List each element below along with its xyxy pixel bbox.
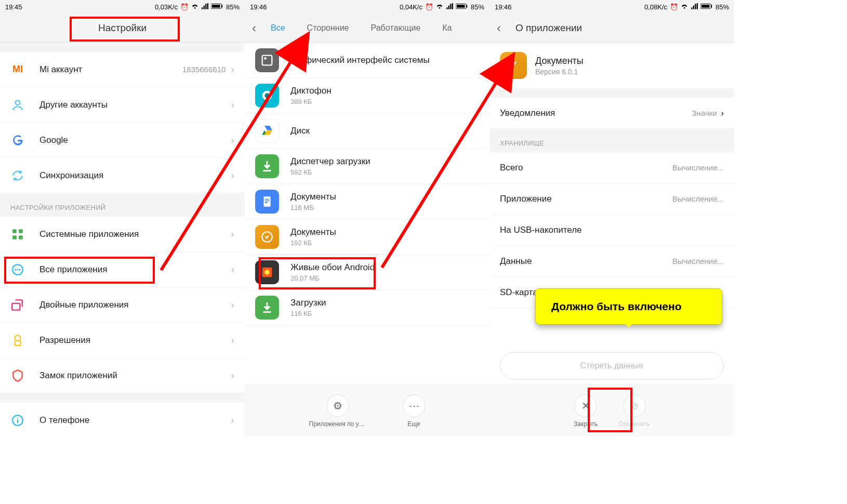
sync-icon bbox=[10, 168, 25, 183]
row-dual-apps[interactable]: Двойные приложения › bbox=[0, 287, 245, 323]
app-row[interactable]: Загрузки116 КБ bbox=[245, 290, 489, 325]
row-usb: На USB-накопителе bbox=[489, 215, 734, 246]
documents-icon bbox=[255, 225, 279, 249]
battery-icon bbox=[211, 3, 223, 11]
livewallpaper-icon bbox=[255, 260, 279, 284]
svg-point-11 bbox=[19, 269, 21, 270]
alarm-icon: ⏰ bbox=[670, 3, 678, 11]
tab-third-party[interactable]: Сторонние bbox=[307, 23, 349, 33]
svg-rect-2 bbox=[212, 5, 220, 8]
row-app-lock[interactable]: Замок приложений › bbox=[0, 358, 245, 393]
svg-rect-25 bbox=[265, 200, 270, 201]
row-sync[interactable]: Синхронизация › bbox=[0, 158, 245, 193]
svg-rect-24 bbox=[265, 198, 270, 200]
wifi-icon bbox=[681, 3, 688, 11]
more-icon: ⋯ bbox=[403, 394, 426, 417]
user-icon bbox=[10, 98, 25, 112]
svg-point-14 bbox=[17, 417, 18, 418]
app-row[interactable]: Живые обои Android20,07 МБ bbox=[245, 255, 489, 290]
header: ‹ О приложении bbox=[489, 14, 734, 43]
chevron-right-icon: › bbox=[231, 99, 234, 111]
svg-rect-23 bbox=[264, 196, 271, 207]
row-other-accounts[interactable]: Другие аккаунты › bbox=[0, 87, 245, 123]
row-system-apps[interactable]: Системные приложения › bbox=[0, 217, 245, 252]
screen-settings: 19:45 0,03K/c ⏰ 85% Настройки MI Mi акка… bbox=[0, 0, 245, 436]
app-version: Версия 6.0.1 bbox=[535, 68, 584, 76]
tab-running[interactable]: Работающие bbox=[370, 23, 420, 33]
chevron-right-icon: › bbox=[721, 109, 724, 118]
alarm-icon: ⏰ bbox=[425, 3, 433, 11]
row-mi-account[interactable]: MI Mi аккаунт 1635666610 › bbox=[0, 52, 245, 87]
status-speed: 0,08K/c bbox=[644, 3, 667, 11]
action-close[interactable]: ✕ Закрыть bbox=[574, 394, 598, 428]
chevron-right-icon: › bbox=[231, 369, 234, 381]
dots-icon bbox=[10, 262, 25, 277]
signal-icon bbox=[446, 3, 453, 11]
app-row-documents-2[interactable]: Документы192 КБ bbox=[245, 219, 489, 255]
drive-icon bbox=[255, 119, 279, 143]
back-button[interactable]: ‹ bbox=[252, 21, 256, 35]
back-button[interactable]: ‹ bbox=[497, 21, 501, 35]
battery-icon bbox=[700, 3, 713, 11]
row-about-phone[interactable]: О телефоне › bbox=[0, 403, 245, 436]
status-bar: 19:45 0,03K/c ⏰ 85% bbox=[0, 0, 245, 14]
google-icon bbox=[10, 133, 25, 148]
svg-rect-7 bbox=[19, 235, 23, 240]
screen-app-info: 19:46 0,08K/c ⏰ 85% ‹ О приложении ✓ Док… bbox=[489, 0, 734, 436]
status-bar: 19:46 0,08K/c ⏰ 85% bbox=[489, 0, 734, 14]
gear-icon: ⚙ bbox=[326, 394, 349, 417]
tab-all[interactable]: Все bbox=[271, 23, 285, 33]
chevron-right-icon: › bbox=[231, 228, 234, 240]
alarm-icon: ⏰ bbox=[180, 3, 189, 11]
battery-icon bbox=[456, 3, 468, 11]
row-google[interactable]: Google › bbox=[0, 123, 245, 158]
tab-more[interactable]: Ка bbox=[442, 23, 452, 33]
app-row[interactable]: Диктофон388 КБ bbox=[245, 78, 489, 113]
section-header: НАСТРОЙКИ ПРИЛОЖЕНИЙ bbox=[0, 193, 245, 217]
grid-icon bbox=[10, 227, 25, 242]
app-card: ✓ Документы Версия 6.0.1 bbox=[489, 43, 734, 88]
svg-rect-15 bbox=[17, 419, 18, 423]
dual-icon bbox=[10, 298, 25, 312]
svg-point-20 bbox=[264, 57, 267, 60]
action-default-apps[interactable]: ⚙ Приложения по умо... bbox=[309, 394, 366, 428]
wifi-icon bbox=[191, 3, 198, 11]
chevron-right-icon: › bbox=[231, 334, 234, 346]
disable-icon: ⊘ bbox=[623, 394, 646, 417]
chevron-right-icon: › bbox=[231, 263, 234, 275]
app-row[interactable]: Документы116 МБ bbox=[245, 184, 489, 219]
app-row[interactable]: Графический интерфейс системы bbox=[245, 43, 489, 78]
action-more[interactable]: ⋯ Еще bbox=[403, 394, 426, 428]
page-title: Настройки bbox=[98, 22, 147, 34]
tabs: ‹ Все Сторонние Работающие Ка bbox=[245, 14, 489, 43]
chevron-right-icon: › bbox=[231, 169, 234, 181]
info-icon bbox=[10, 413, 25, 428]
mi-icon: MI bbox=[10, 62, 25, 77]
screen-all-apps: 19:46 0,04K/c ⏰ 85% ‹ Все Сторонние Рабо… bbox=[245, 0, 489, 436]
page-title: О приложении bbox=[515, 22, 582, 34]
action-disable[interactable]: ⊘ Отключить bbox=[618, 394, 650, 428]
svg-point-10 bbox=[17, 269, 18, 270]
row-notifications[interactable]: Уведомления Значки › bbox=[489, 98, 734, 129]
svg-rect-18 bbox=[457, 5, 465, 8]
permissions-icon bbox=[10, 333, 25, 348]
row-all-apps[interactable]: Все приложения › bbox=[0, 252, 245, 287]
app-icon: ✓ bbox=[500, 52, 527, 79]
battery-pct: 85% bbox=[226, 3, 240, 11]
bottom-actions: ⚙ Приложения по умо... ⋯ Еще bbox=[245, 384, 489, 436]
app-row[interactable]: Диск bbox=[245, 113, 489, 149]
status-bar: 19:46 0,04K/c ⏰ 85% bbox=[245, 0, 489, 14]
svg-rect-31 bbox=[711, 5, 712, 8]
lock-icon bbox=[10, 368, 25, 383]
status-speed: 0,03K/c bbox=[155, 3, 178, 11]
row-permissions[interactable]: Разрешения › bbox=[0, 323, 245, 358]
signal-icon bbox=[691, 3, 698, 11]
svg-rect-6 bbox=[12, 235, 17, 240]
erase-button[interactable]: Стереть данные bbox=[500, 352, 724, 379]
svg-rect-17 bbox=[466, 5, 467, 8]
svg-point-29 bbox=[264, 270, 269, 274]
status-speed: 0,04K/c bbox=[400, 3, 422, 11]
app-row[interactable]: Диспетчер загрузки592 КБ bbox=[245, 149, 489, 184]
docs-icon bbox=[255, 190, 279, 214]
chevron-right-icon: › bbox=[231, 134, 234, 146]
